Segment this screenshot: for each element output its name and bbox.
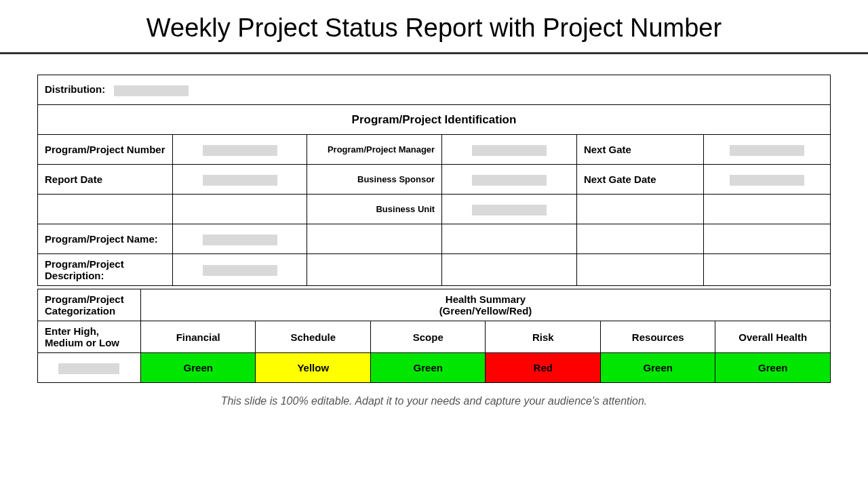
label-enter-level: Enter High, Medium or Low — [38, 321, 141, 353]
health-summary-table: Program/Project Categorization Health Su… — [37, 289, 831, 383]
empty-cell — [576, 224, 703, 254]
col-financial: Financial — [140, 321, 256, 353]
label-next-gate: Next Gate — [576, 135, 703, 165]
status-resources: Green — [600, 353, 715, 383]
content-area: Distribution: Program/Project Identifica… — [0, 54, 868, 407]
label-categorization: Program/Project Categorization — [38, 289, 141, 321]
status-risk: Red — [486, 353, 601, 383]
health-summary-header: Health Summary (Green/Yellow/Red) — [140, 289, 830, 321]
empty-cell — [576, 195, 703, 224]
status-scope: Green — [370, 353, 486, 383]
value-business-sponsor[interactable] — [442, 165, 577, 195]
empty-cell — [307, 224, 442, 254]
distribution-label: Distribution: — [45, 83, 105, 95]
label-project-name: Program/Project Name: — [38, 224, 173, 254]
label-project-description: Program/Project Description: — [38, 254, 173, 286]
status-schedule: Yellow — [256, 353, 371, 383]
label-business-unit: Business Unit — [307, 195, 442, 224]
value-project-name[interactable] — [172, 224, 307, 254]
identification-table: Distribution: Program/Project Identifica… — [37, 75, 831, 286]
empty-cell — [38, 195, 173, 224]
value-next-gate-date[interactable] — [703, 165, 830, 195]
page-title: Weekly Project Status Report with Projec… — [0, 0, 868, 52]
label-business-sponsor: Business Sponsor — [307, 165, 442, 195]
status-overall: Green — [715, 353, 831, 383]
empty-cell — [172, 195, 307, 224]
col-risk: Risk — [486, 321, 601, 353]
empty-cell — [703, 195, 830, 224]
empty-cell — [576, 254, 703, 286]
value-enter-level[interactable] — [38, 353, 141, 383]
empty-cell — [703, 224, 830, 254]
distribution-cell: Distribution: — [38, 75, 831, 105]
health-values-row: Green Yellow Green Red Green Green — [38, 353, 831, 383]
col-schedule: Schedule — [256, 321, 371, 353]
value-project-number[interactable] — [172, 135, 307, 165]
empty-cell — [307, 254, 442, 286]
label-project-number: Program/Project Number — [38, 135, 173, 165]
col-resources: Resources — [600, 321, 715, 353]
empty-cell — [442, 224, 577, 254]
col-scope: Scope — [370, 321, 486, 353]
col-overall-health: Overall Health — [715, 321, 831, 353]
footnote: This slide is 100% editable. Adapt it to… — [37, 395, 831, 407]
status-financial: Green — [140, 353, 256, 383]
value-business-unit[interactable] — [442, 195, 577, 224]
label-report-date: Report Date — [38, 165, 173, 195]
label-next-gate-date: Next Gate Date — [576, 165, 703, 195]
empty-cell — [442, 254, 577, 286]
value-project-description[interactable] — [172, 254, 307, 286]
empty-cell — [703, 254, 830, 286]
health-summary-line2: (Green/Yellow/Red) — [439, 305, 532, 317]
distribution-placeholder[interactable] — [114, 85, 189, 96]
value-next-gate[interactable] — [703, 135, 830, 165]
health-summary-line1: Health Summary — [446, 293, 526, 305]
value-project-manager[interactable] — [442, 135, 577, 165]
identification-header: Program/Project Identification — [38, 105, 831, 135]
label-project-manager: Program/Project Manager — [307, 135, 442, 165]
value-report-date[interactable] — [172, 165, 307, 195]
